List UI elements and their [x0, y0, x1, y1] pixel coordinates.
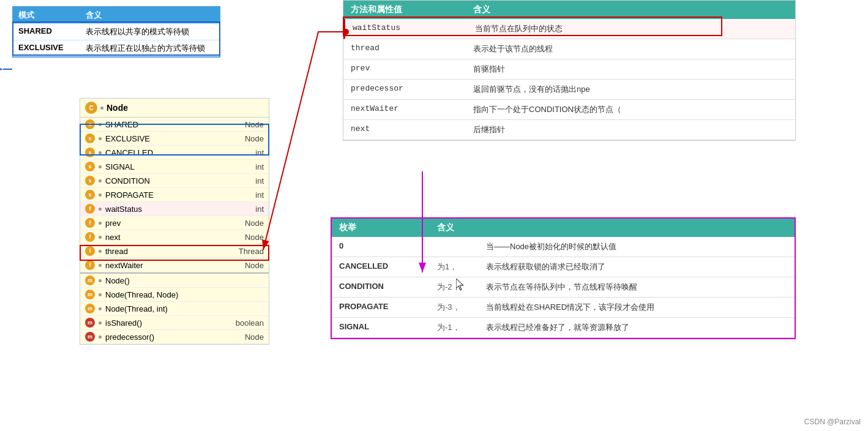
- method-dot: [99, 321, 102, 324]
- field-dot: [99, 165, 102, 168]
- field-dot: [99, 137, 102, 140]
- field-col-header: 方法和属性值: [343, 1, 466, 19]
- svg-text:C: C: [89, 105, 93, 111]
- field-name: nextWaiter: [105, 261, 241, 270]
- right-top-header: 方法和属性值 含义: [343, 1, 795, 19]
- meaning-col-header: 含义: [81, 7, 219, 23]
- field-cell: prev: [343, 59, 466, 79]
- field-icon: s: [85, 162, 95, 171]
- method-name: isShared(): [105, 318, 232, 328]
- mode-table-header: 模式 含义: [13, 7, 219, 23]
- field-dot: [99, 208, 102, 211]
- class-row-node-constructor: m Node(): [80, 274, 269, 288]
- field-type: int: [255, 190, 264, 200]
- field-icon: s: [85, 190, 95, 200]
- meaning-cell: 指向下一个处于CONDITION状态的节点（: [466, 100, 795, 119]
- enum-cell: CONDITION: [332, 277, 430, 297]
- meaning-cell: 后继指针: [466, 120, 795, 140]
- table-row: SHARED 表示线程以共享的模式等待锁: [13, 23, 219, 40]
- field-name: SIGNAL: [105, 162, 252, 171]
- meaning-col-header: 含义: [430, 219, 795, 237]
- field-icon: s: [85, 133, 95, 143]
- meaning-cell: 当前线程处在SHARED情况下，该字段才会使用: [479, 298, 795, 317]
- meaning-cell: 当前节点在队列中的状态: [468, 19, 795, 39]
- right-top-panel: 方法和属性值 含义 waitStatus 当前节点在队列中的状态 thread …: [343, 0, 796, 141]
- table-row: CONDITION 为-2， 表示节点在等待队列中，节点线程等待唤醒: [332, 277, 795, 298]
- class-row-prev: f prev Node: [80, 216, 269, 230]
- field-type: Node: [245, 261, 264, 270]
- mode-cell: SHARED: [13, 24, 81, 40]
- right-bottom-header: 枚举 含义: [332, 219, 795, 237]
- class-row-nextwaiter: f nextWaiter Node: [80, 258, 269, 272]
- table-row-waitstatus: waitStatus 当前节点在队列中的状态: [343, 19, 795, 39]
- field-name: EXCLUSIVE: [105, 134, 241, 143]
- right-bottom-panel: 枚举 含义 0 当——Node被初始化的时候的默认值 CANCELLED 为1，…: [331, 217, 796, 339]
- right-bottom-body: 0 当——Node被初始化的时候的默认值 CANCELLED 为1， 表示线程获…: [332, 237, 795, 338]
- table-row: EXCLUSIVE 表示线程正在以独占的方式等待锁: [13, 40, 219, 56]
- class-dot: [100, 107, 103, 110]
- field-type: Thread: [239, 247, 264, 256]
- field-dot: [99, 151, 102, 154]
- meaning-col-header: 含义: [466, 1, 795, 19]
- method-dot: [99, 307, 102, 310]
- field-cell: waitStatus: [345, 19, 468, 39]
- meaning-cell: 返回前驱节点，没有的话抛出npe: [466, 80, 795, 99]
- class-row-thread: f thread Thread: [80, 244, 269, 258]
- meaning-cell: 表示线程已经准备好了，就等资源释放了: [479, 318, 795, 337]
- value-cell: [430, 237, 479, 257]
- class-row-waitstatus: f waitStatus int: [80, 202, 269, 216]
- table-row: 0 当——Node被初始化的时候的默认值: [332, 237, 795, 257]
- field-name: thread: [105, 247, 235, 256]
- method-icon: m: [85, 318, 95, 328]
- field-type: int: [255, 162, 264, 171]
- class-row-exclusive: s EXCLUSIVE Node: [80, 132, 269, 146]
- page-container: 模式 含义 SHARED 表示线程以共享的模式等待锁 EXCLUSIVE 表示线…: [0, 0, 868, 431]
- field-icon: f: [85, 218, 95, 228]
- right-top-body: waitStatus 当前节点在队列中的状态 thread 表示处于该节点的线程…: [343, 19, 795, 140]
- field-dot: [99, 236, 102, 239]
- class-row-node-thread-int: m Node(Thread, int): [80, 302, 269, 316]
- class-icon: C: [85, 102, 97, 114]
- enum-col-header: 枚举: [332, 219, 430, 237]
- field-icon: s: [85, 119, 95, 129]
- enum-cell: 0: [332, 237, 430, 257]
- method-icon: m: [85, 290, 95, 299]
- mode-col-header: 模式: [13, 7, 81, 23]
- mode-cell: EXCLUSIVE: [13, 40, 81, 56]
- table-row: thread 表示处于该节点的线程: [343, 39, 795, 59]
- field-name: next: [105, 233, 241, 242]
- method-name: Node(): [105, 276, 264, 285]
- meaning-cell: 表示处于该节点的线程: [466, 39, 795, 59]
- meaning-cell: 表示线程以共享的模式等待锁: [81, 24, 219, 40]
- method-type: boolean: [236, 318, 264, 328]
- class-row-condition: s CONDITION int: [80, 174, 269, 188]
- class-row-node-thread-node: m Node(Thread, Node): [80, 288, 269, 302]
- class-header: C Node: [80, 99, 269, 118]
- method-dot: [99, 279, 102, 282]
- class-row-cancelled: s CANCELLED int: [80, 146, 269, 160]
- value-cell: 为-3，: [430, 298, 479, 317]
- method-name: Node(Thread, Node): [105, 290, 264, 299]
- field-cell: nextWaiter: [343, 100, 466, 119]
- field-type: Node: [245, 120, 264, 129]
- mode-table-body: SHARED 表示线程以共享的模式等待锁 EXCLUSIVE 表示线程正在以独占…: [13, 23, 219, 56]
- meaning-cell: 表示线程正在以独占的方式等待锁: [81, 40, 219, 56]
- enum-cell: SIGNAL: [332, 318, 430, 337]
- field-icon: s: [85, 176, 95, 186]
- field-name: prev: [105, 219, 241, 228]
- field-dot: [99, 193, 102, 197]
- field-type: Node: [245, 134, 264, 143]
- field-name: waitStatus: [105, 204, 252, 214]
- method-type: Node: [245, 332, 264, 342]
- method-name: Node(Thread, int): [105, 304, 264, 313]
- field-name: PROPAGATE: [105, 190, 252, 200]
- field-type: Node: [245, 219, 264, 228]
- enum-cell: PROPAGATE: [332, 298, 430, 317]
- method-dot: [99, 335, 102, 339]
- watermark: CSDN @Parzival: [804, 418, 861, 426]
- value-cell: 为-1，: [430, 318, 479, 337]
- class-row-propagate: s PROPAGATE int: [80, 188, 269, 202]
- class-diagram: C Node s SHARED Node s EXCLUSIVE Node s …: [80, 98, 269, 345]
- class-row-predecessor: m predecessor() Node: [80, 330, 269, 344]
- class-row-signal: s SIGNAL int: [80, 160, 269, 174]
